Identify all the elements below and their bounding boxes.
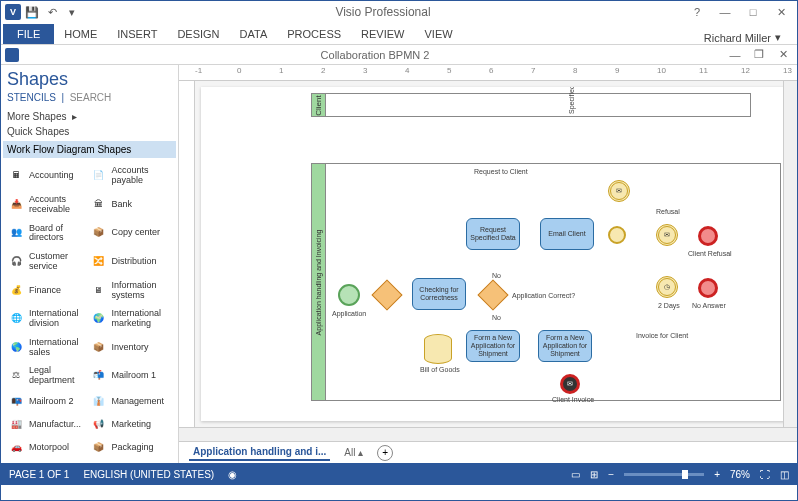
zoom-slider[interactable] xyxy=(624,473,704,476)
datastore-bill[interactable] xyxy=(424,334,452,364)
shape-item[interactable]: 🔀Distribution xyxy=(90,248,173,277)
shape-item[interactable]: 👥Board of directors xyxy=(7,219,90,248)
label-refusal: Refusal xyxy=(656,208,680,215)
doc-restore-button[interactable]: ❐ xyxy=(749,47,769,63)
minimize-button[interactable]: — xyxy=(713,3,737,21)
status-language[interactable]: ENGLISH (UNITED STATES) xyxy=(83,469,214,480)
gateway-1[interactable] xyxy=(371,279,402,310)
tab-process[interactable]: PROCESS xyxy=(277,24,351,44)
tab-design[interactable]: DESIGN xyxy=(167,24,229,44)
ruler-tick: 1 xyxy=(279,66,283,75)
shape-item[interactable]: 🌍International marketing xyxy=(90,305,173,334)
end-event-noanswer[interactable] xyxy=(698,278,718,298)
task-form-1[interactable]: Form a New Application for Shipment xyxy=(466,330,520,362)
main-area: Shapes STENCILS | SEARCH More Shapes ▸ Q… xyxy=(1,65,797,463)
more-shapes[interactable]: More Shapes ▸ xyxy=(7,109,172,124)
pool-client[interactable]: Client xyxy=(311,93,751,117)
label-client-refusal: Client Refusal xyxy=(688,250,732,257)
shape-item[interactable]: 📥Accounts receivable xyxy=(7,191,90,220)
tab-home[interactable]: HOME xyxy=(54,24,107,44)
shape-item[interactable]: 📬Mailroom 1 xyxy=(90,362,173,391)
ruler-tick: 7 xyxy=(531,66,535,75)
shape-label: Marketing xyxy=(112,420,152,430)
shape-label: Copy center xyxy=(112,228,161,238)
task-form-2[interactable]: Form a New Application for Shipment xyxy=(538,330,592,362)
shape-item[interactable]: 📦Inventory xyxy=(90,333,173,362)
shape-item[interactable]: 📄Accounts payable xyxy=(90,162,173,191)
shapes-category[interactable]: Work Flow Diagram Shapes xyxy=(3,141,176,158)
page-tab-add[interactable]: + xyxy=(377,445,393,461)
event-timer[interactable]: ◷ xyxy=(656,276,678,298)
search-tab[interactable]: SEARCH xyxy=(70,92,112,103)
shape-item[interactable]: 📦Packaging xyxy=(90,436,173,459)
task-checking[interactable]: Checking for Correctness xyxy=(412,278,466,310)
tab-view[interactable]: VIEW xyxy=(414,24,462,44)
zoom-level[interactable]: 76% xyxy=(730,469,750,480)
shape-label: Information systems xyxy=(112,281,173,301)
app-icon[interactable]: V xyxy=(5,4,21,20)
shape-item[interactable]: 🏛Bank xyxy=(90,191,173,220)
shape-item[interactable]: 🌐International division xyxy=(7,305,90,334)
save-button[interactable]: 💾 xyxy=(23,3,41,21)
shape-item[interactable]: 🎧Customer service xyxy=(7,248,90,277)
shape-item[interactable]: 💰Finance xyxy=(7,276,90,305)
scrollbar-vertical[interactable] xyxy=(783,81,797,427)
tab-insert[interactable]: INSERT xyxy=(107,24,167,44)
shape-icon: 👔 xyxy=(90,395,108,409)
fit-page-icon[interactable]: ⛶ xyxy=(760,469,770,480)
tab-review[interactable]: REVIEW xyxy=(351,24,414,44)
scrollbar-horizontal[interactable] xyxy=(179,427,797,441)
shape-item[interactable]: 🌎International sales xyxy=(7,333,90,362)
page-tab-all[interactable]: All ▴ xyxy=(338,445,369,460)
task-request[interactable]: Request Specified Data xyxy=(466,218,520,250)
shape-item[interactable]: 🖩Accounting xyxy=(7,162,90,191)
pool-application[interactable]: Application handling and Invoicing Appli… xyxy=(311,163,781,401)
shape-item[interactable]: 📦Copy center xyxy=(90,219,173,248)
doc-minimize-button[interactable]: — xyxy=(725,47,745,63)
qat-dropdown[interactable]: ▾ xyxy=(63,3,81,21)
stencils-tab[interactable]: STENCILS xyxy=(7,92,56,103)
doc-close-button[interactable]: ✕ xyxy=(773,47,793,63)
drawing-page[interactable]: Client Application handling and Invoicin… xyxy=(201,87,791,421)
quick-shapes[interactable]: Quick Shapes xyxy=(7,124,172,139)
shapes-heading: Shapes xyxy=(7,69,172,90)
doc-icon[interactable] xyxy=(5,48,19,62)
shape-item[interactable]: 🚗Motorpool xyxy=(7,436,90,459)
shape-item[interactable]: 🏭Manufactur... xyxy=(7,413,90,436)
page-tab-active[interactable]: Application handling and i... xyxy=(189,444,330,461)
ruler-tick: 10 xyxy=(657,66,666,75)
shape-item[interactable]: 🖥Information systems xyxy=(90,276,173,305)
shape-item[interactable]: ⚖Legal department xyxy=(7,362,90,391)
gateway-event-based[interactable] xyxy=(608,226,626,244)
maximize-button[interactable]: □ xyxy=(741,3,765,21)
shape-item[interactable]: 📭Mailroom 2 xyxy=(7,391,90,414)
shape-item[interactable]: 👔Management xyxy=(90,391,173,414)
undo-button[interactable]: ↶ xyxy=(43,3,61,21)
status-page[interactable]: PAGE 1 OF 1 xyxy=(9,469,69,480)
shape-label: Motorpool xyxy=(29,443,69,453)
fit-window-icon[interactable]: ⊞ xyxy=(590,469,598,480)
zoom-out-button[interactable]: − xyxy=(608,469,614,480)
end-event-refusal[interactable] xyxy=(698,226,718,246)
page-tabs: Application handling and i... All ▴ + xyxy=(179,441,797,463)
user-name[interactable]: Richard Miller ▾ xyxy=(704,31,781,44)
close-button[interactable]: ✕ xyxy=(769,3,793,21)
presentation-icon[interactable]: ▭ xyxy=(571,469,580,480)
shape-item[interactable]: 📢Marketing xyxy=(90,413,173,436)
tab-data[interactable]: DATA xyxy=(230,24,278,44)
ruler-tick: 6 xyxy=(489,66,493,75)
macro-record-icon[interactable]: ◉ xyxy=(228,469,237,480)
switch-windows-icon[interactable]: ◫ xyxy=(780,469,789,480)
task-email[interactable]: Email Client xyxy=(540,218,594,250)
label-bill: Bill of Goods xyxy=(420,366,460,373)
event-message-specified[interactable]: ✉ xyxy=(608,180,630,202)
gateway-2[interactable] xyxy=(477,279,508,310)
ruler-tick: 12 xyxy=(741,66,750,75)
start-event[interactable] xyxy=(338,284,360,306)
end-event-invoice[interactable]: ✉ xyxy=(560,374,580,394)
event-message-refusal[interactable]: ✉ xyxy=(656,224,678,246)
titlebar: V 💾 ↶ ▾ Visio Professional ? — □ ✕ xyxy=(1,1,797,23)
file-tab[interactable]: FILE xyxy=(3,24,54,44)
help-button[interactable]: ? xyxy=(685,3,709,21)
zoom-in-button[interactable]: + xyxy=(714,469,720,480)
